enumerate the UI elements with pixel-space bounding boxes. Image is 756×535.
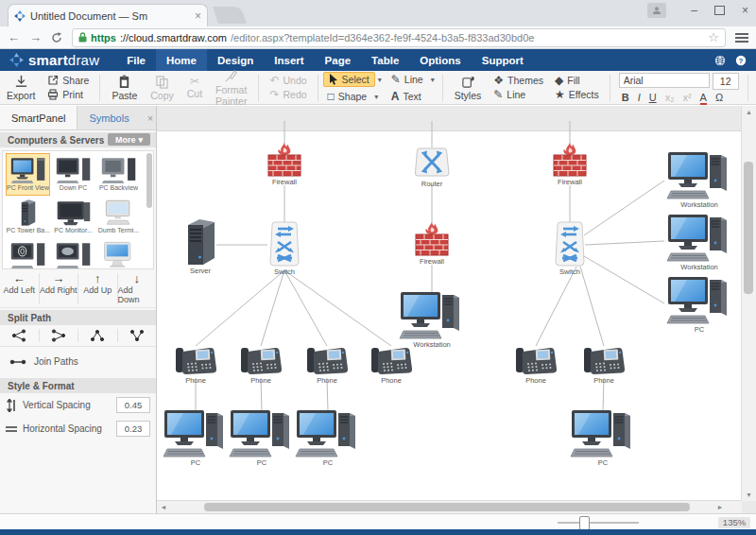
menu-item[interactable]: File (116, 49, 156, 71)
window-minimize-button[interactable]: – (691, 5, 697, 16)
diagram-node[interactable]: Switch (264, 221, 305, 276)
diagram-node[interactable]: Server (180, 218, 221, 275)
styles-button[interactable]: Styles (448, 75, 489, 101)
forward-button[interactable]: → (29, 30, 42, 44)
split-path-up-button[interactable] (118, 329, 157, 342)
copy-button[interactable]: Copy (144, 75, 180, 101)
horizontal-scroll-thumb[interactable] (204, 503, 690, 511)
text-tool-button[interactable]: A Text (387, 90, 438, 103)
help-icon[interactable]: ? (735, 55, 747, 66)
zoom-slider[interactable] (558, 522, 639, 524)
horizontal-spacing-input[interactable] (116, 421, 150, 437)
font-family-input[interactable] (619, 73, 710, 88)
superscript-button[interactable]: x² (682, 92, 691, 103)
tab-symbols[interactable]: Symbols (77, 106, 140, 129)
diagram-node[interactable]: Phone (237, 345, 284, 385)
add-direction-button[interactable]: ← Add Left (0, 273, 40, 304)
vertical-scroll-thumb[interactable] (744, 162, 753, 294)
diagram-node[interactable]: Workstation (664, 215, 734, 271)
browser-tab[interactable]: Untitled Document — Sm × (8, 4, 208, 26)
select-tool-button[interactable]: Select (323, 72, 375, 87)
diagram-node[interactable]: Firewall (549, 143, 591, 186)
diagram-page[interactable]: Firewall Router Firewall (157, 130, 741, 503)
menu-item[interactable]: Home (156, 49, 207, 71)
symbol-item[interactable] (51, 238, 95, 269)
shape-dropdown-icon[interactable]: ▾ (371, 93, 381, 101)
back-button[interactable]: ← (8, 30, 20, 44)
diagram-node[interactable]: PC (161, 410, 231, 467)
tab-close-icon[interactable]: × (195, 9, 201, 23)
symbol-item[interactable]: Dumb Termi... (96, 196, 141, 238)
reload-button[interactable] (51, 32, 62, 43)
tab-smartpanel[interactable]: SmartPanel (0, 106, 77, 129)
add-direction-button[interactable]: ↑ Add Up (78, 273, 118, 304)
diagram-node[interactable]: Phone (172, 345, 219, 385)
line-tool-button[interactable]: ✎ Line (387, 73, 428, 86)
menu-item[interactable]: Options (409, 49, 471, 71)
diagram-node[interactable]: Phone (303, 345, 351, 385)
share-button[interactable]: Share (42, 75, 94, 86)
font-size-input[interactable] (713, 73, 739, 90)
diagram-node[interactable]: PC (227, 410, 297, 467)
symbol-item[interactable] (96, 238, 141, 269)
symbol-item[interactable]: PC Tower Ba... (6, 196, 50, 238)
url-field[interactable]: https://cloud.smartdraw.com/editor.aspx?… (72, 28, 726, 47)
diagram-node[interactable]: PC (664, 277, 734, 334)
diagram-node[interactable]: Phone (512, 345, 559, 385)
diagram-node[interactable]: Router (411, 147, 453, 188)
line-style-button[interactable]: ✎ Line (488, 89, 549, 100)
scroll-up-icon[interactable]: ▲ (742, 106, 756, 118)
scroll-down-icon[interactable]: ▼ (742, 489, 756, 501)
bold-button[interactable]: B (622, 92, 629, 103)
split-path-down-button[interactable] (78, 329, 118, 342)
diagram-node[interactable]: Workstation (397, 292, 467, 349)
scroll-right-icon[interactable]: ► (713, 504, 727, 510)
diagram-node[interactable]: Workstation (664, 152, 734, 209)
subscript-button[interactable]: x₂ (665, 92, 675, 103)
effects-button[interactable]: ★ Effects (549, 89, 605, 100)
browser-menu-icon[interactable] (735, 33, 748, 43)
print-button[interactable]: Print (42, 89, 94, 100)
diagram-node[interactable]: Switch (549, 221, 591, 276)
diagram-node[interactable]: Firewall (411, 222, 453, 266)
select-dropdown-icon[interactable]: ▾ (375, 76, 385, 84)
italic-button[interactable]: I (638, 92, 641, 103)
export-button[interactable]: Export (0, 75, 42, 101)
diagram-node[interactable]: Phone (368, 345, 415, 385)
join-paths-button[interactable]: Join Paths (0, 347, 156, 376)
new-tab-button[interactable] (213, 7, 247, 24)
symbol-item[interactable]: PC Monitor... (51, 196, 95, 238)
canvas-horizontal-scrollbar[interactable]: ◄ ► (157, 500, 742, 513)
shape-tool-button[interactable]: □ Shape (323, 90, 372, 103)
split-path-left-button[interactable] (40, 329, 79, 342)
menu-item[interactable]: Table (361, 49, 409, 71)
diagram-node[interactable]: PC (568, 410, 638, 467)
format-painter-button[interactable]: Format Painter (209, 69, 253, 107)
canvas-vertical-scrollbar[interactable]: ▲ ▼ (741, 106, 756, 501)
bookmark-star-icon[interactable]: ☆ (708, 30, 719, 44)
diagram-node[interactable]: Firewall (264, 143, 305, 186)
redo-button[interactable]: ↷ Redo (264, 89, 312, 100)
browser-profile-button[interactable] (647, 3, 666, 18)
language-globe-icon[interactable] (714, 55, 726, 66)
menu-item[interactable]: Page (315, 49, 362, 71)
insert-symbol-button[interactable]: Ω (715, 92, 723, 103)
zoom-slider-thumb[interactable] (579, 516, 590, 530)
scroll-left-icon[interactable]: ◄ (157, 504, 170, 510)
diagram-node[interactable]: PC (293, 410, 363, 467)
undo-button[interactable]: ↶ Undo (264, 75, 312, 86)
menu-item[interactable]: Insert (264, 49, 314, 71)
window-close-button[interactable]: × (742, 5, 748, 16)
symbol-item[interactable]: PC Backview (96, 153, 141, 196)
vertical-spacing-input[interactable] (116, 397, 150, 413)
font-color-button[interactable]: A (700, 92, 707, 103)
symbol-item[interactable]: Down PC (51, 153, 95, 196)
symbol-scrollbar[interactable] (146, 153, 152, 208)
menu-item[interactable]: Support (472, 49, 534, 71)
add-direction-button[interactable]: ↓ Add Down (118, 273, 157, 304)
add-direction-button[interactable]: → Add Right (40, 273, 79, 304)
more-button[interactable]: More▾ (108, 133, 150, 146)
cut-button[interactable]: ✂ Cut (180, 76, 209, 99)
symbol-item[interactable]: PC Front View (6, 153, 50, 196)
split-path-right-button[interactable] (0, 329, 40, 342)
